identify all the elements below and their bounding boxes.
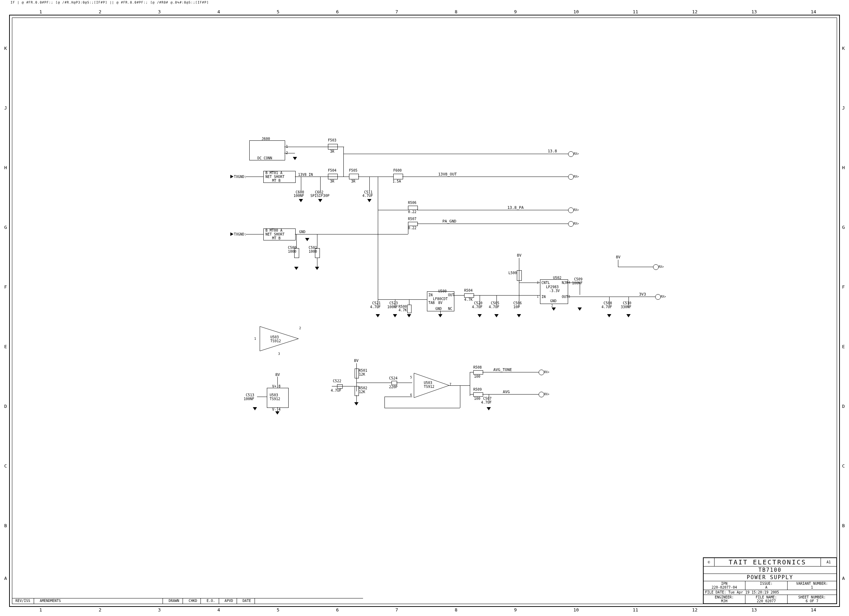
col-label: 7 <box>395 9 398 14</box>
res-r507 <box>408 222 418 226</box>
val-c523: 100NF <box>387 305 398 309</box>
col-label: 2 <box>99 9 101 14</box>
gnd-icon <box>376 314 380 317</box>
fuse-f503 <box>328 144 338 150</box>
val-r500: 4.7K <box>399 308 407 312</box>
offpage-connector <box>568 207 574 213</box>
val-c602: SPISIF30P <box>310 194 329 198</box>
offpage-connector <box>655 294 661 300</box>
row-label: A <box>842 576 845 581</box>
col-label: 9 <box>514 607 517 613</box>
gnd-icon <box>578 308 582 311</box>
gnd-icon <box>517 314 521 317</box>
ref-c520: C520 <box>474 301 483 305</box>
gnd-icon <box>393 314 397 317</box>
gnd-icon <box>438 314 442 317</box>
col-label: 11 <box>633 9 638 14</box>
col-label: 11 <box>633 607 638 613</box>
row-label: J <box>842 105 845 110</box>
ref-c508: C508 <box>603 301 612 305</box>
offpage-connector <box>539 392 544 397</box>
conn-suffix: RX> <box>574 152 579 156</box>
row-label: K <box>4 46 7 51</box>
ref-c510: C510 <box>623 301 631 305</box>
row-label: C <box>4 463 7 469</box>
gnd-icon <box>607 314 611 317</box>
rev-date: DATE <box>239 598 255 604</box>
svg-marker-0 <box>260 326 298 351</box>
res-r508 <box>473 370 483 375</box>
pin-3: 3 <box>278 352 280 356</box>
ref-c513: C513 <box>246 393 254 397</box>
val-f505: 3R <box>351 179 355 183</box>
pin-5: 5 <box>410 376 412 379</box>
col-label: 13 <box>751 9 757 14</box>
conn-suffix: RX> <box>574 208 579 212</box>
col-label: 3 <box>158 9 161 14</box>
conn-suffix: RX> <box>544 370 549 374</box>
pin-1: 1 <box>254 337 256 341</box>
u500-tab: TAB <box>428 301 435 305</box>
col-label: 6 <box>336 607 339 613</box>
conn-suffix: RX> <box>574 175 579 179</box>
ref-r507: R507 <box>408 217 416 221</box>
ref-u502: U502 <box>553 276 562 280</box>
file-date-value: Tue Apr 19 15:20:19 2005 <box>728 591 779 594</box>
res-r506 <box>408 206 418 210</box>
ref-u503a: U503 <box>270 335 279 339</box>
u500-type: LF80CDT <box>433 297 448 301</box>
col-label: 12 <box>692 607 698 613</box>
val-c500: 1000 <box>288 250 296 253</box>
col-label: 8 <box>455 9 457 14</box>
ref-l500: L500 <box>508 271 517 275</box>
net-pagnd: PA_GND <box>442 219 456 223</box>
res-r500 <box>407 305 411 313</box>
val-r508: 100 <box>474 375 480 378</box>
gnd-icon <box>293 157 297 160</box>
rev-iss: REV/ISS <box>12 598 34 604</box>
gnd-icon <box>626 314 631 317</box>
row-label: J <box>4 105 7 110</box>
mt1-type: NET SHORT <box>265 175 284 179</box>
rev-apvd: APVD <box>221 598 237 604</box>
ref-r501: R501 <box>359 369 367 372</box>
type-u503b: TS912 <box>424 385 434 388</box>
type-u503a: TS912 <box>270 339 281 343</box>
val-c507: 4.7UF <box>481 400 492 404</box>
offpage-connector <box>568 174 574 180</box>
ref-c509: C509 <box>574 277 582 281</box>
net-txgnd: TXGND: <box>234 175 246 179</box>
gnd-icon <box>299 199 303 202</box>
col-label: 5 <box>277 9 280 14</box>
row-label: D <box>4 404 7 409</box>
col-label: 2 <box>99 607 101 613</box>
pin-7: 7 <box>450 382 451 387</box>
input-arrow-icon <box>230 232 234 236</box>
ref-c522: C522 <box>333 379 341 383</box>
ref-c507: C507 <box>483 397 492 400</box>
title-block: © TAIT ELECTRONICS A1 TB7100 POWER SUPPL… <box>703 557 837 604</box>
input-arrow-icon <box>230 175 234 178</box>
val-r502: 12K <box>359 390 365 394</box>
row-label: E <box>842 344 845 349</box>
ref-c523: C523 <box>389 301 398 305</box>
ref-f504: F504 <box>328 168 337 173</box>
schematic-sheet: IF | @ #FR.0.0#PF:; [@ /#R.H@P3:0@S:;[IF… <box>0 0 849 616</box>
col-label: 14 <box>811 9 816 14</box>
row-label: H <box>4 165 7 170</box>
mt1-hdr: B MT01 A <box>265 171 282 175</box>
val-c521: 4.7UF <box>370 305 381 309</box>
u503p-vm: V- 4 <box>272 408 280 411</box>
val-c520: 4.7UF <box>472 305 483 309</box>
cap-c524 <box>392 381 397 385</box>
engineer-label: ENGINEER: <box>715 595 734 599</box>
rev-eo: E.O. <box>203 598 219 604</box>
gnd-icon <box>253 407 257 410</box>
val-f600: 1.5A <box>393 179 401 183</box>
val-f503: 3R <box>330 150 334 153</box>
col-label: 5 <box>277 607 280 613</box>
net-avg-tone: AVG_TONE <box>493 368 512 372</box>
res-r502 <box>354 386 359 396</box>
ref-r502: R502 <box>359 386 367 390</box>
val-f504: 3R <box>330 179 334 183</box>
